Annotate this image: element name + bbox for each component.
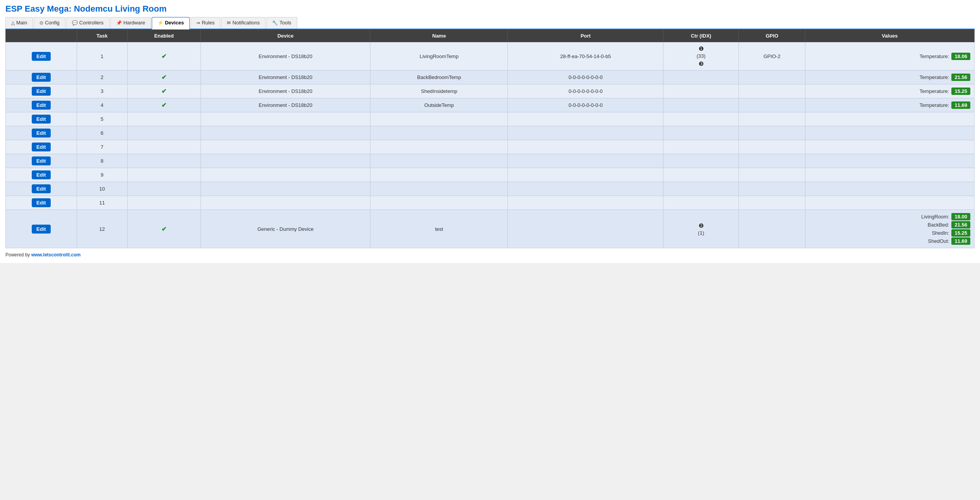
device-label: test (370, 210, 508, 248)
devices-table: Task Enabled Device Name Port Ctr (IDX) … (5, 29, 975, 248)
col-header-port: Port (508, 30, 663, 42)
nav-item-notifications[interactable]: ✉ Notifications (221, 17, 266, 29)
col-header-edit (6, 30, 77, 42)
edit-button-10[interactable]: Edit (32, 184, 51, 193)
ctr-circle-1: ❶ (667, 45, 735, 53)
edit-cell: Edit (6, 112, 77, 126)
values-cell (805, 126, 974, 140)
task-number: 1 (77, 42, 127, 70)
nav-label-rules: Rules (202, 20, 214, 26)
ctr-cell (663, 112, 739, 126)
devices-icon: ⚡ (158, 20, 163, 26)
ctr-cell (663, 84, 739, 98)
gpio-cell (739, 168, 805, 182)
ctr-circle-2: ❸ (667, 60, 735, 68)
value-label: Temperature: (914, 74, 949, 80)
col-header-task: Task (77, 30, 127, 42)
task-number: 6 (77, 126, 127, 140)
page-wrapper: ESP Easy Mega: Nodemcu Living Room △ Mai… (0, 0, 980, 263)
value-badge: 11.69 (951, 237, 970, 245)
rules-icon: ⇒ (196, 20, 200, 26)
nav-item-devices[interactable]: ⚡ Devices (152, 17, 190, 29)
nav-label-notifications: Notifications (232, 20, 260, 26)
gpio-cell (739, 210, 805, 248)
device-label (370, 196, 508, 210)
ctr-cell: ❷(1) (663, 210, 739, 248)
edit-cell: Edit (6, 70, 77, 84)
ctr-cell (663, 168, 739, 182)
value-row: Temperature:21.56 (809, 74, 970, 81)
ctr-cell: ❶(33)❸ (663, 42, 739, 70)
device-label: OutsideTemp (370, 98, 508, 112)
col-header-gpio: GPIO (739, 30, 805, 42)
device-label: ShedInsidetemp (370, 84, 508, 98)
value-row: Temperature:15.25 (809, 88, 970, 95)
task-number: 4 (77, 98, 127, 112)
edit-button-6[interactable]: Edit (32, 129, 51, 137)
value-label: LivingRoom: (914, 214, 949, 220)
edit-cell: Edit (6, 154, 77, 168)
device-name: Generic - Dummy Device (200, 210, 370, 248)
value-label: BackBed: (914, 222, 949, 228)
enabled-cell: ✔ (127, 42, 200, 70)
nav-item-rules[interactable]: ⇒ Rules (190, 17, 220, 29)
edit-button-1[interactable]: Edit (32, 52, 51, 61)
value-badge: 15.25 (951, 88, 970, 95)
page-title: ESP Easy Mega: Nodemcu Living Room (5, 4, 975, 14)
enabled-cell: ✔ (127, 98, 200, 112)
nav-item-main[interactable]: △ Main (5, 17, 33, 29)
device-name (200, 112, 370, 126)
nav-bar: △ Main ⊙ Config 💬 Controllers 📌 Hardware… (5, 17, 975, 29)
values-cell: Temperature:15.25 (805, 84, 974, 98)
nav-item-hardware[interactable]: 📌 Hardware (110, 17, 151, 29)
edit-cell: Edit (6, 98, 77, 112)
edit-button-2[interactable]: Edit (32, 73, 51, 82)
value-label: Temperature: (914, 102, 949, 108)
ctr-cell (663, 140, 739, 154)
value-label: Temperature: (914, 53, 949, 59)
value-badge: 18.00 (951, 213, 970, 220)
main-icon: △ (11, 20, 15, 26)
device-label (370, 140, 508, 154)
table-row: Edit12✔Generic - Dummy Devicetest❷(1)Liv… (6, 210, 975, 248)
edit-button-5[interactable]: Edit (32, 115, 51, 124)
values-cell: Temperature:18.06 (805, 42, 974, 70)
col-header-enabled: Enabled (127, 30, 200, 42)
table-row: Edit11 (6, 196, 975, 210)
notifications-icon: ✉ (227, 20, 231, 26)
footer-link[interactable]: www.letscontrolit.com (31, 252, 81, 258)
edit-button-8[interactable]: Edit (32, 156, 51, 165)
device-port: 0-0-0-0-0-0-0-0 (508, 98, 663, 112)
nav-label-hardware: Hardware (123, 20, 145, 26)
device-port (508, 112, 663, 126)
edit-button-9[interactable]: Edit (32, 170, 51, 179)
nav-item-tools[interactable]: 🔧 Tools (266, 17, 297, 29)
edit-button-4[interactable]: Edit (32, 101, 51, 110)
edit-button-12[interactable]: Edit (32, 225, 51, 234)
value-row: ShedOut:11.69 (809, 237, 970, 245)
nav-label-devices: Devices (165, 20, 184, 26)
value-row: LivingRoom:18.00 (809, 213, 970, 220)
config-icon: ⊙ (39, 20, 43, 26)
gpio-cell (739, 140, 805, 154)
edit-button-7[interactable]: Edit (32, 143, 51, 151)
device-port: 0-0-0-0-0-0-0-0 (508, 84, 663, 98)
ctr-cell (663, 98, 739, 112)
edit-button-11[interactable]: Edit (32, 198, 51, 207)
nav-label-config: Config (45, 20, 60, 26)
enabled-cell (127, 196, 200, 210)
device-label: BackBedroomTemp (370, 70, 508, 84)
enabled-cell: ✔ (127, 210, 200, 248)
value-badge: 18.06 (951, 53, 970, 60)
device-label (370, 154, 508, 168)
gpio-cell (739, 84, 805, 98)
device-port (508, 126, 663, 140)
values-cell (805, 182, 974, 196)
nav-item-config[interactable]: ⊙ Config (34, 17, 65, 29)
device-name (200, 182, 370, 196)
value-row: Temperature:11.69 (809, 101, 970, 109)
col-header-device: Device (200, 30, 370, 42)
nav-item-controllers[interactable]: 💬 Controllers (66, 17, 110, 29)
edit-button-3[interactable]: Edit (32, 87, 51, 96)
device-name (200, 140, 370, 154)
